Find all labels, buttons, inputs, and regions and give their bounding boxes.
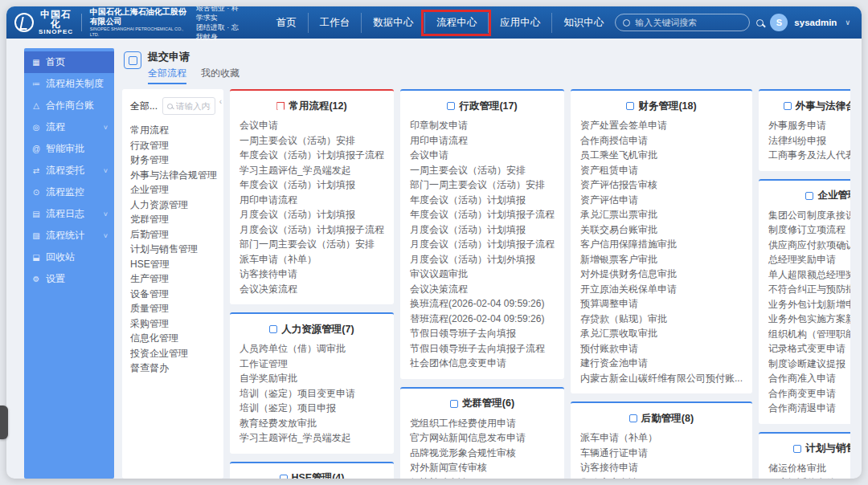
process-item[interactable]: 帮扶补助申请: [410, 475, 555, 479]
sidebar-item-process-stats[interactable]: ▨ 流程统计 ˅: [24, 225, 114, 247]
category-item[interactable]: 行政管理: [130, 138, 223, 153]
process-item[interactable]: 承兑汇票收取审批: [580, 326, 743, 341]
process-item[interactable]: 年度会议（活动）计划填报子流程: [240, 148, 384, 163]
process-item[interactable]: 用印申请流程: [240, 193, 384, 208]
process-item[interactable]: 一周主要会议（活动）安排: [410, 163, 555, 178]
process-item[interactable]: 集团公司制度承接识别流程: [768, 208, 850, 223]
category-item[interactable]: 采购管理: [130, 316, 223, 332]
process-item[interactable]: 学习主题评估_学员端发起: [240, 163, 384, 178]
process-item[interactable]: 年度会议（活动）计划填报: [240, 177, 384, 193]
process-item[interactable]: 存贷款（贴现）审批: [580, 312, 743, 327]
process-item[interactable]: 会议申请: [240, 118, 384, 133]
process-item[interactable]: 业务外包计划新增申请: [768, 297, 850, 312]
process-item[interactable]: 年度会议（活动）计划填报: [410, 193, 555, 208]
process-item[interactable]: 印章制发申请: [410, 118, 555, 133]
sidebar-item-smart-approval[interactable]: @ 智能审批: [24, 138, 114, 160]
process-item[interactable]: 访客接待申请: [580, 460, 743, 475]
process-item[interactable]: 一周主要会议（活动）安排: [240, 133, 384, 149]
process-item[interactable]: 集体宿舍申请: [580, 475, 743, 479]
process-item[interactable]: 学习主题评估_学员端发起: [240, 430, 384, 446]
category-item[interactable]: HSE管理: [130, 257, 223, 272]
process-item[interactable]: 开立原油关税保单申请: [580, 282, 743, 297]
process-item[interactable]: 不符合纠正与预防措施管理: [768, 282, 850, 297]
category-item[interactable]: 设备管理: [130, 287, 223, 302]
process-item[interactable]: 客户信用保障措施审批: [580, 237, 743, 252]
process-item[interactable]: 车辆通行证申请: [580, 446, 743, 461]
process-item[interactable]: 工商事务及法人代表事项申请: [768, 148, 850, 163]
process-item[interactable]: 换班流程(2026-02-04 09:59:26): [410, 296, 555, 312]
user-name[interactable]: sysadmin: [794, 18, 837, 27]
nav-item-app-center[interactable]: 应用中心: [488, 13, 551, 33]
process-item[interactable]: 节假日领导班子去向填报子流程: [410, 341, 555, 357]
category-item[interactable]: 投资企业管理: [130, 346, 223, 361]
category-item[interactable]: 人力资源管理: [130, 198, 223, 213]
process-item[interactable]: 访客接待申请: [240, 267, 384, 282]
process-item[interactable]: 月度会议（活动）计划外填报: [410, 252, 555, 267]
process-item[interactable]: 会议决策流程: [240, 282, 384, 297]
avatar[interactable]: S: [770, 14, 788, 31]
category-item[interactable]: 计划与销售管理: [130, 242, 223, 257]
process-item[interactable]: 员工乘坐飞机审批: [580, 148, 743, 163]
process-item[interactable]: 培训（鉴定）项目变更申请: [240, 386, 384, 401]
process-item[interactable]: 制度修订立项流程: [768, 222, 850, 238]
process-item[interactable]: 派车申请（补单）: [240, 252, 384, 267]
sidebar-item-process-log[interactable]: ▤ 流程日志 ˅: [24, 203, 114, 225]
sidebar-item-process[interactable]: ◎ 流程 ˅: [24, 116, 114, 138]
process-item[interactable]: 社会团体信息变更申请: [410, 356, 555, 371]
category-item[interactable]: 党群管理: [130, 212, 223, 227]
sidebar-item-home[interactable]: ▦ 首页: [24, 51, 114, 73]
nav-item-home[interactable]: 首页: [265, 13, 308, 33]
category-item[interactable]: 质量管理: [130, 301, 223, 316]
process-item[interactable]: 制度诊断建议提报: [768, 357, 850, 372]
process-item[interactable]: 资产租赁申请: [580, 163, 743, 178]
process-item[interactable]: 用户投诉信息处理: [768, 475, 850, 479]
category-search-input[interactable]: [176, 101, 211, 111]
process-item[interactable]: 建行资金池申请: [580, 356, 743, 371]
category-item[interactable]: 生产管理: [130, 271, 223, 287]
process-item[interactable]: 用印申请流程: [410, 133, 555, 149]
process-item[interactable]: 教育经费发放审批: [240, 416, 384, 431]
category-item[interactable]: 财务管理: [130, 153, 223, 168]
tab-my-favorites[interactable]: 我的收藏: [201, 67, 240, 84]
process-item[interactable]: 记录格式变更申请: [768, 341, 850, 357]
process-item[interactable]: 党组织工作经费使用申请: [410, 416, 555, 431]
process-item[interactable]: 月度会议（活动）计划填报: [240, 207, 384, 222]
process-item[interactable]: 合作商授信申请: [580, 133, 743, 149]
nav-item-data-center[interactable]: 数据中心: [361, 13, 424, 33]
process-item[interactable]: 月度会议（活动）计划填报子流程: [410, 237, 555, 252]
process-item[interactable]: 单人超限额总经理奖励申请: [768, 267, 850, 283]
process-item[interactable]: 部门一周主要会议（活动）安排: [240, 237, 384, 252]
process-item[interactable]: 对外提供财务信息审批: [580, 267, 743, 282]
process-item[interactable]: 合作商变更申请: [768, 386, 850, 401]
category-item[interactable]: 常用流程: [130, 123, 223, 138]
process-item[interactable]: 供应商应付款项确认审批: [768, 238, 850, 253]
process-item[interactable]: 节假日领导班子去向填报: [410, 326, 555, 341]
process-item[interactable]: 月度会议（活动）计划填报: [410, 222, 555, 238]
tab-all-processes[interactable]: 全部流程: [148, 67, 186, 84]
category-item[interactable]: 信息化管理: [130, 331, 223, 346]
process-item[interactable]: 培训（鉴定）项目申报: [240, 401, 384, 416]
process-item[interactable]: 合作商准入申请: [768, 371, 850, 386]
category-item[interactable]: 督查督办: [130, 361, 223, 376]
process-item[interactable]: 承兑汇票出票审批: [580, 207, 743, 222]
category-item[interactable]: 外事与法律合规管理: [130, 168, 223, 183]
process-item[interactable]: 法律纠纷申报: [768, 133, 850, 149]
sidebar-item-partner-ledger[interactable]: △ 合作商台账: [24, 95, 114, 116]
process-item[interactable]: 总经理奖励申请: [768, 252, 850, 267]
process-item[interactable]: 关联交易台账审批: [580, 222, 743, 238]
process-item[interactable]: 新增银票客户审批: [580, 252, 743, 267]
process-item[interactable]: 品牌视觉形象合规性审核: [410, 446, 555, 461]
nav-item-workbench[interactable]: 工作台: [308, 13, 362, 33]
process-item[interactable]: 派车申请（补单）: [580, 430, 743, 446]
sidebar-item-process-delegation[interactable]: ⇄ 流程委托 ˅: [24, 160, 114, 181]
search-icon[interactable]: [756, 19, 764, 26]
process-item[interactable]: 会议申请: [410, 148, 555, 163]
sidebar-item-process-monitor[interactable]: ⊙ 流程监控: [24, 181, 114, 203]
category-item[interactable]: 企业管理: [130, 182, 223, 198]
process-item[interactable]: 自学奖励审批: [240, 371, 384, 386]
process-item[interactable]: 资产评估申请: [580, 193, 743, 208]
panel-collapse-chevron-left-icon[interactable]: ‹: [219, 97, 222, 106]
screen-edge-handle[interactable]: [0, 406, 8, 439]
sidebar-item-recycle-bin[interactable]: ⬓ 回收站: [24, 247, 114, 268]
process-item[interactable]: 部门一周主要会议（活动）安排: [410, 177, 555, 193]
